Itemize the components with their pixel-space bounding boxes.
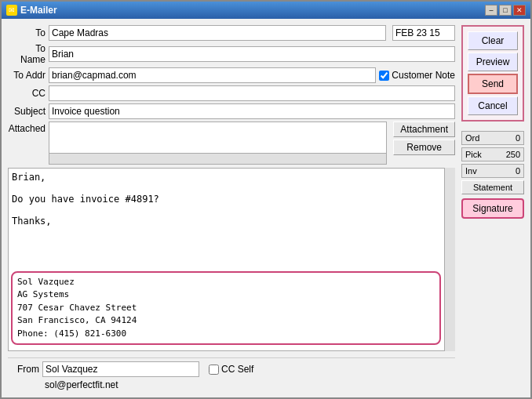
attachment-button[interactable]: Attachment — [393, 122, 455, 137]
statement-button[interactable]: Statement — [461, 180, 524, 194]
to-input[interactable] — [49, 25, 386, 41]
ccself-label: CC Self — [221, 364, 253, 375]
maximize-button[interactable]: □ — [499, 5, 512, 16]
attached-row: Attached Attachment Remove — [8, 122, 455, 165]
ccself-checkbox[interactable] — [209, 365, 219, 375]
sidebar: Clear Preview Send Cancel Ord 0 Pick 250… — [461, 25, 524, 391]
window-title: E-Mailer — [20, 5, 57, 16]
sig-line5: Phone: (415) 821-6300 — [17, 328, 435, 341]
main-form-area: To To Name To Addr Customer Note — [8, 25, 455, 391]
toname-input[interactable] — [49, 46, 455, 62]
app-icon: ✉ — [6, 5, 17, 16]
content-area: To To Name To Addr Customer Note — [2, 19, 530, 397]
remove-button[interactable]: Remove — [393, 140, 455, 155]
attached-label: Attached — [8, 123, 46, 134]
subject-row: Subject — [8, 103, 455, 119]
cc-label: CC — [8, 88, 46, 99]
inv-item: Inv 0 — [461, 164, 524, 178]
ccself-row: CC Self — [209, 364, 253, 375]
toname-label: To Name — [8, 43, 46, 65]
from-section: From CC Self sol@perfectfit.net — [8, 357, 455, 391]
cc-input[interactable] — [49, 85, 455, 101]
from-email-row: sol@perfectfit.net — [8, 379, 455, 391]
ord-label: Ord — [465, 133, 479, 143]
sig-line3: 707 Cesar Chavez Street — [17, 302, 435, 315]
signature-button[interactable]: Signature — [461, 198, 524, 219]
inv-label: Inv — [465, 166, 477, 176]
subject-input[interactable] — [49, 103, 455, 119]
clear-button[interactable]: Clear — [468, 31, 518, 50]
toaddr-label: To Addr — [8, 70, 46, 81]
action-buttons: Clear Preview Send Cancel — [461, 25, 524, 122]
body-wrapper: Brian, Do you have invoice #4891? Thanks… — [8, 168, 455, 351]
cc-row: CC — [8, 85, 455, 101]
from-row: From CC Self — [8, 361, 455, 377]
sig-line4: San Francisco, CA 94124 — [17, 314, 435, 328]
customer-note-row: Customer Note — [379, 70, 455, 81]
side-info: Ord 0 Pick 250 Inv 0 Statement Signature — [461, 131, 524, 219]
signature-box: Sol Vazquez AG Systems 707 Cesar Chavez … — [11, 271, 441, 346]
from-label: From — [8, 364, 39, 375]
title-bar: ✉ E-Mailer – □ ✕ — [2, 2, 530, 19]
pick-value: 250 — [506, 150, 520, 159]
attached-box — [49, 122, 387, 165]
toaddr-row: To Addr Customer Note — [8, 67, 455, 83]
title-bar-left: ✉ E-Mailer — [6, 5, 57, 16]
pick-label: Pick — [465, 150, 482, 159]
from-input[interactable] — [42, 361, 199, 377]
inv-value: 0 — [516, 166, 520, 176]
ord-value: 0 — [516, 133, 520, 143]
pick-item: Pick 250 — [461, 147, 524, 161]
signature-overlay: Sol Vazquez AG Systems 707 Cesar Chavez … — [11, 268, 441, 346]
customer-note-label: Customer Note — [392, 70, 455, 81]
attach-buttons: Attachment Remove — [393, 122, 455, 155]
attachment-area: Attachment Remove — [49, 122, 455, 165]
to-row: To — [8, 25, 455, 41]
main-window: ✉ E-Mailer – □ ✕ To To Name — [0, 0, 532, 399]
date-input[interactable] — [392, 25, 455, 41]
subject-label: Subject — [8, 106, 46, 117]
from-email: sol@perfectfit.net — [42, 379, 121, 391]
toaddr-input[interactable] — [49, 67, 376, 83]
ord-item: Ord 0 — [461, 131, 524, 145]
attached-scrollbar[interactable] — [49, 153, 386, 164]
close-button[interactable]: ✕ — [513, 5, 526, 16]
send-button[interactable]: Send — [468, 74, 518, 94]
sig-line2: AG Systems — [17, 288, 435, 302]
minimize-button[interactable]: – — [485, 5, 497, 16]
body-scrollbar[interactable] — [444, 168, 455, 351]
cancel-button[interactable]: Cancel — [468, 96, 518, 115]
to-label: To — [8, 27, 46, 38]
toname-row: To Name — [8, 43, 455, 65]
customer-note-checkbox[interactable] — [379, 71, 389, 81]
form-section: To To Name To Addr Customer Note — [8, 25, 455, 165]
sig-line1: Sol Vazquez — [17, 276, 435, 289]
preview-button[interactable]: Preview — [468, 53, 518, 71]
title-bar-controls: – □ ✕ — [485, 5, 526, 16]
